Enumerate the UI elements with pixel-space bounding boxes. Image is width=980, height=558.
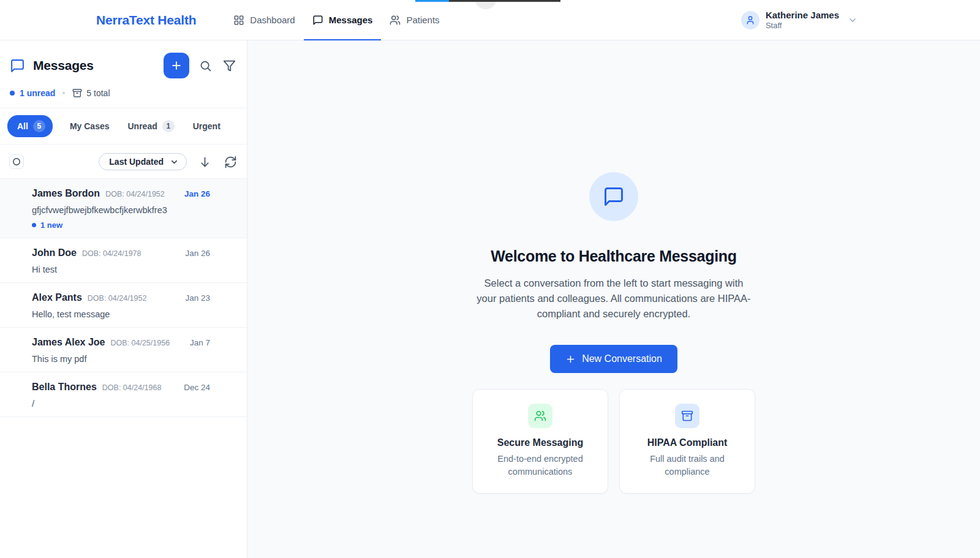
nav-dashboard-label: Dashboard — [250, 15, 295, 25]
funnel-icon — [223, 59, 236, 72]
conversations-sidebar: Messages 1 unread 5 — [0, 40, 247, 558]
users-icon — [390, 15, 401, 26]
tab-my-cases[interactable]: My Cases — [69, 116, 111, 136]
chevron-down-icon — [170, 157, 179, 167]
nav-patients-label: Patients — [406, 15, 439, 25]
conversation-row[interactable]: John Doe DOB: 04/24/1978 Jan 26 Hi test — [0, 238, 247, 283]
user-name: Katherine James — [766, 10, 839, 20]
conversation-list: James Bordon DOB: 04/24/1952 Jan 26 gfjc… — [0, 179, 247, 558]
filter-tabs: All 5 My Cases Unread 1 Urgent — [0, 108, 247, 145]
unread-count: 1 unread — [20, 88, 55, 98]
new-conversation-button[interactable]: New Conversation — [550, 345, 677, 373]
message-square-icon — [603, 186, 625, 208]
nav-messages-label: Messages — [329, 15, 373, 25]
welcome-description: Select a conversation from the left to s… — [475, 276, 752, 321]
patient-name: James Alex Joe — [32, 337, 105, 348]
plus-icon — [565, 354, 576, 364]
avatar — [741, 11, 760, 29]
brand-logo[interactable]: NerraText Health — [96, 0, 196, 40]
feature-title: HIPAA Compliant — [631, 437, 744, 448]
sort-selected-value: Last Updated — [109, 157, 164, 167]
refresh-button[interactable] — [223, 154, 238, 170]
patient-dob: DOB: 04/24/1952 — [105, 190, 165, 198]
conversation-row[interactable]: Bella Thornes DOB: 04/24/1968 Dec 24 / — [0, 372, 247, 417]
new-message-dot — [32, 223, 36, 227]
message-preview: This is my pdf — [32, 354, 210, 364]
archive-icon — [675, 404, 699, 428]
feature-title: Secure Messaging — [484, 437, 597, 448]
feature-card-hipaa-compliant: HIPAA Compliant Full audit trails and co… — [619, 389, 755, 494]
user-menu[interactable]: Katherine James Staff — [741, 0, 858, 40]
sort-dropdown[interactable]: Last Updated — [99, 153, 187, 170]
nav-patients[interactable]: Patients — [381, 0, 448, 40]
users-icon — [528, 404, 552, 428]
unread-dot — [10, 91, 15, 96]
select-all-toggle[interactable] — [9, 154, 24, 169]
welcome-title: Welcome to Healthcare Messaging — [491, 247, 736, 265]
tab-urgent[interactable]: Urgent — [192, 116, 222, 136]
message-square-icon — [10, 58, 25, 74]
plus-icon — [170, 59, 183, 72]
sidebar-title: Messages — [33, 58, 94, 73]
patient-dob: DOB: 04/25/1956 — [110, 339, 170, 347]
conversation-date: Jan 26 — [185, 249, 210, 258]
nav-dashboard[interactable]: Dashboard — [225, 0, 303, 40]
new-message-button[interactable] — [164, 53, 189, 78]
arrow-down-icon — [198, 156, 211, 168]
tab-all-badge: 5 — [33, 120, 45, 132]
conversation-row[interactable]: Alex Pants DOB: 04/24/1952 Jan 23 Hello,… — [0, 283, 247, 328]
message-preview: Hello, test message — [32, 309, 210, 319]
nav-messages[interactable]: Messages — [304, 0, 382, 40]
tab-unread-badge: 1 — [162, 120, 175, 132]
patient-dob: DOB: 04/24/1952 — [88, 294, 147, 303]
dot-separator — [62, 92, 65, 94]
filter-button[interactable] — [222, 58, 237, 74]
conversation-date: Dec 24 — [184, 383, 210, 392]
conversation-row[interactable]: James Alex Joe DOB: 04/25/1956 Jan 7 Thi… — [0, 328, 247, 372]
total-count: 5 total — [86, 88, 110, 98]
main-nav: Dashboard Messages Patients — [225, 0, 448, 40]
circle-icon — [12, 157, 21, 166]
user-icon — [745, 15, 755, 25]
feature-card-secure-messaging: Secure Messaging End-to-end encrypted co… — [472, 389, 608, 494]
patient-dob: DOB: 04/24/1968 — [102, 383, 162, 392]
patient-name: James Bordon — [32, 188, 100, 199]
chevron-down-icon — [848, 15, 858, 25]
feature-description: Full audit trails and compliance — [631, 453, 744, 478]
conversation-date: Jan 23 — [185, 293, 210, 303]
conversation-row[interactable]: James Bordon DOB: 04/24/1952 Jan 26 gfjc… — [0, 179, 247, 238]
patient-name: Bella Thornes — [32, 382, 97, 393]
patient-dob: DOB: 04/24/1978 — [82, 249, 141, 258]
message-square-icon — [312, 15, 323, 26]
user-role: Staff — [766, 21, 839, 30]
tab-unread[interactable]: Unread 1 — [126, 115, 175, 137]
welcome-chat-bubble — [589, 172, 638, 221]
new-message-count: 1 new — [40, 221, 62, 230]
conversation-date: Jan 7 — [190, 338, 210, 347]
refresh-icon — [224, 156, 237, 168]
message-preview: / — [32, 399, 210, 409]
archive-icon — [72, 88, 82, 98]
recorder-progress-played — [415, 0, 449, 2]
search-button[interactable] — [198, 58, 213, 74]
message-preview: gfjcfvwejfbwejbfkewbcfjkerwbkfre3 — [32, 205, 210, 215]
search-icon — [199, 59, 212, 72]
feature-description: End-to-end encrypted communications — [484, 453, 597, 478]
recorder-progress-bar — [415, 0, 560, 2]
patient-name: Alex Pants — [32, 292, 82, 303]
sort-direction-button[interactable] — [197, 154, 213, 170]
conversation-date: Jan 26 — [184, 189, 210, 198]
message-preview: Hi test — [32, 265, 210, 274]
tab-all[interactable]: All 5 — [7, 115, 53, 137]
welcome-panel: Welcome to Healthcare Messaging Select a… — [247, 40, 980, 558]
patient-name: John Doe — [32, 247, 77, 258]
dashboard-icon — [233, 15, 244, 26]
